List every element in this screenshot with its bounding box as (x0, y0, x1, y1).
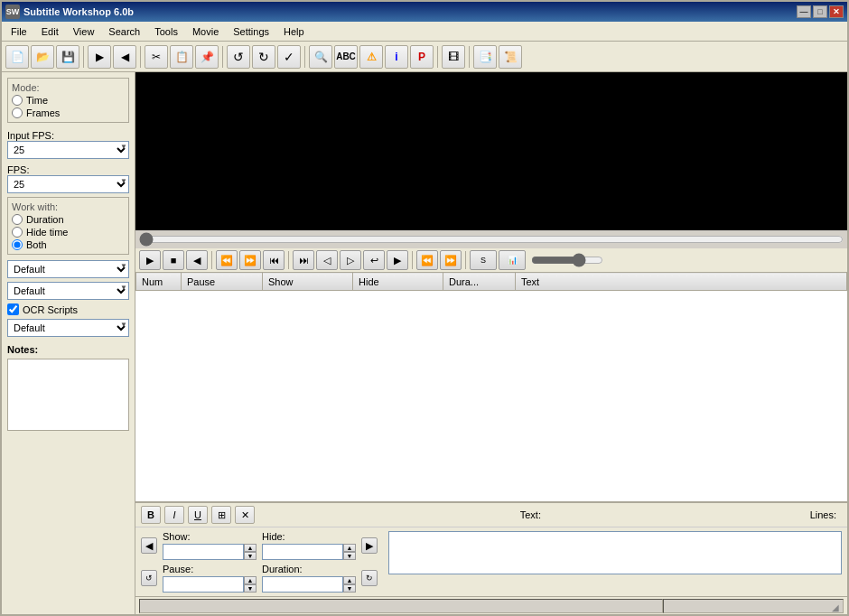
input-fps-select[interactable]: 25 23.976 24 29.97 30 (7, 141, 129, 159)
load-video-button[interactable]: ▶ (88, 45, 111, 69)
back-button[interactable]: ⏪ (216, 250, 238, 270)
next-frame-button[interactable]: ▶ (387, 250, 408, 270)
open-button[interactable]: 📂 (31, 45, 54, 69)
next-sub-button[interactable]: ⏭ (293, 250, 314, 270)
film-button[interactable]: 🎞 (442, 45, 465, 69)
text-editor[interactable] (388, 531, 842, 574)
skip-back-button[interactable]: ⏪ (416, 250, 438, 270)
hide-time-radio-label[interactable]: Hide time (12, 227, 125, 238)
menu-file[interactable]: File (4, 24, 34, 39)
nav-button[interactable]: ◀ (113, 45, 136, 69)
duration-spin-up[interactable]: ▲ (343, 576, 356, 584)
prev-frame-button[interactable]: ◀ (186, 250, 208, 270)
duration-input[interactable] (262, 576, 343, 593)
show-field-label: Show: (163, 531, 257, 542)
hide-input[interactable] (262, 544, 343, 560)
hide-time-radio[interactable] (12, 227, 23, 238)
col-hide[interactable]: Hide (353, 273, 443, 291)
menu-search[interactable]: Search (101, 24, 147, 39)
volume-button[interactable]: 📊 (499, 250, 526, 270)
resize-grip[interactable]: ◢ (826, 600, 839, 612)
clear-button[interactable]: ✕ (235, 506, 255, 524)
underline-button[interactable]: U (188, 506, 208, 524)
play-button[interactable]: ▶ (139, 250, 161, 270)
fps-select[interactable]: 25 23.976 24 29.97 30 (7, 175, 129, 193)
hide-spin-up[interactable]: ▲ (343, 544, 356, 552)
time-radio[interactable] (12, 95, 23, 106)
stop-button[interactable]: ■ (163, 250, 184, 270)
menu-movie[interactable]: Movie (185, 24, 226, 39)
show-input[interactable] (163, 544, 244, 560)
frames-radio-label[interactable]: Frames (12, 107, 125, 118)
content-area: ▶ ■ ◀ ⏪ ⏩ ⏮ ⏭ ◁ ▷ ↩ ▶ ⏪ ⏩ S 📊 (135, 72, 847, 614)
both-radio[interactable] (12, 239, 23, 250)
ocr-scripts-label[interactable]: OCR Scripts (7, 303, 129, 315)
loop-button[interactable]: ↩ (363, 250, 385, 270)
status-bar: ◢ (135, 596, 847, 614)
col-text[interactable]: Text (516, 273, 847, 291)
dropdown3[interactable]: Default (7, 319, 129, 337)
bold-button[interactable]: B (141, 506, 161, 524)
script1-button[interactable]: 📑 (473, 45, 497, 69)
redo-button[interactable]: ↻ (252, 45, 275, 69)
menu-view[interactable]: View (66, 24, 102, 39)
ocr-scripts-check[interactable] (7, 303, 19, 315)
minimize-button[interactable]: — (797, 5, 811, 18)
menu-settings[interactable]: Settings (226, 24, 276, 39)
maximize-button[interactable]: □ (813, 5, 827, 18)
duration-spin-down[interactable]: ▼ (343, 584, 356, 593)
frames-radio[interactable] (12, 107, 23, 118)
p-button[interactable]: P (410, 45, 434, 69)
pause-input[interactable] (163, 576, 244, 593)
hide-spin-down[interactable]: ▼ (343, 552, 356, 560)
both-radio-label[interactable]: Both (12, 239, 125, 250)
hide-next-button[interactable]: ▶ (361, 537, 378, 554)
show-spin-buttons: ▲ ▼ (244, 544, 257, 560)
check-button[interactable]: ✓ (277, 45, 301, 69)
new-button[interactable]: 📄 (5, 45, 29, 69)
spell-button[interactable]: ABC (334, 45, 358, 69)
volume-slider[interactable] (531, 253, 603, 267)
col-num[interactable]: Num (136, 273, 182, 291)
menu-edit[interactable]: Edit (34, 24, 66, 39)
menu-help[interactable]: Help (276, 24, 312, 39)
time-radio-label[interactable]: Time (12, 95, 125, 106)
pause-spin-down[interactable]: ▼ (244, 584, 257, 593)
col-show[interactable]: Show (263, 273, 353, 291)
undo-button[interactable]: ↺ (227, 45, 250, 69)
set-hide-button[interactable]: ▷ (340, 250, 361, 270)
info-button[interactable]: i (385, 45, 408, 69)
show-spin-up[interactable]: ▲ (244, 544, 257, 552)
set-show-button[interactable]: ◁ (316, 250, 338, 270)
lines-label: Lines: (810, 509, 836, 520)
prev-sub-button[interactable]: ⏮ (263, 250, 285, 270)
pause-prev-button[interactable]: ↺ (141, 570, 157, 586)
fwd-button[interactable]: ⏩ (239, 250, 261, 270)
close-button[interactable]: ✕ (829, 5, 844, 18)
paste-button[interactable]: 📌 (195, 45, 219, 69)
script2-button[interactable]: 📜 (499, 45, 522, 69)
seek-bar[interactable] (139, 232, 844, 247)
show-prev-button[interactable]: ◀ (141, 537, 157, 554)
dropdown1[interactable]: Default (7, 260, 129, 278)
col-pause[interactable]: Pause (182, 273, 263, 291)
table-button[interactable]: ⊞ (211, 506, 231, 524)
col-dura[interactable]: Dura... (443, 273, 516, 291)
show-spin-down[interactable]: ▼ (244, 552, 257, 560)
find-button[interactable]: 🔍 (309, 45, 332, 69)
cut-button[interactable]: ✂ (145, 45, 168, 69)
skip-fwd-button[interactable]: ⏩ (440, 250, 462, 270)
menu-tools[interactable]: Tools (147, 24, 185, 39)
dropdown2[interactable]: Default (7, 282, 129, 300)
save-button[interactable]: 💾 (56, 45, 79, 69)
notes-area[interactable] (7, 359, 129, 431)
copy-button[interactable]: 📋 (170, 45, 193, 69)
warn-button[interactable]: ⚠ (359, 45, 383, 69)
pause-spin-up[interactable]: ▲ (244, 576, 257, 584)
pause-row: ↺ Pause: ▲ ▼ (141, 564, 378, 593)
duration-next-button[interactable]: ↻ (361, 570, 378, 586)
duration-radio-label[interactable]: Duration (12, 214, 125, 225)
italic-button[interactable]: I (164, 506, 184, 524)
speed-button[interactable]: S (470, 250, 497, 270)
duration-radio[interactable] (12, 214, 23, 225)
